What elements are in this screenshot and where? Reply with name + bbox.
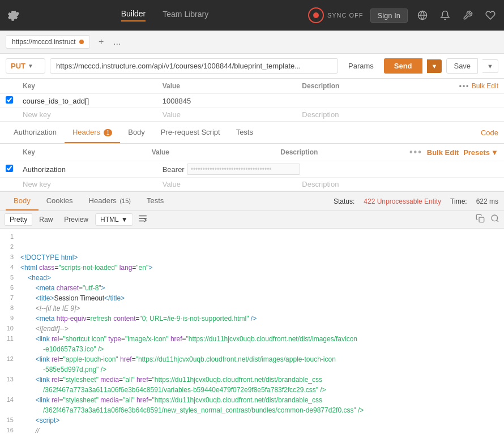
heart-icon-btn[interactable]	[482, 7, 498, 23]
code-link[interactable]: Code	[481, 128, 498, 137]
raw-btn[interactable]: Raw	[35, 214, 57, 225]
params-desc-header: Description	[302, 82, 442, 90]
params-value-header: Value	[163, 82, 302, 90]
headers-table-header: Key Value Description ••• Bulk Edit Pres…	[0, 144, 504, 161]
tab-tests[interactable]: Tests	[228, 122, 261, 143]
settings-icon-btn[interactable]	[6, 7, 22, 23]
tab-body[interactable]: Body	[120, 122, 153, 143]
params-new-desc[interactable]: Description	[302, 110, 442, 119]
line-num-16: 16	[0, 427, 20, 434]
code-line-6: 6 <meta charset="utf-8">	[0, 284, 504, 294]
params-table-header: Key Value Description ••• Bulk Edit	[0, 79, 504, 94]
params-bulk-edit-link[interactable]: Bulk Edit	[472, 82, 498, 90]
method-chevron-icon: ▼	[28, 63, 33, 69]
tab-authorization[interactable]: Authorization	[6, 122, 65, 143]
headers-checkbox[interactable]	[6, 165, 13, 172]
headers-row-check[interactable]	[6, 165, 23, 174]
bearer-token-input[interactable]	[187, 164, 300, 175]
tab-headers[interactable]: Headers 1	[65, 122, 120, 143]
code-line-4: 4 <html class="scripts-not-loaded" lang=…	[0, 264, 504, 274]
sign-in-button[interactable]: Sign In	[370, 8, 408, 23]
code-line-9: 9 <meta http-equiv=refresh content="0; U…	[0, 315, 504, 325]
request-tabs-bar: Authorization Headers 1 Body Pre-request…	[0, 122, 504, 144]
bottom-tab-body[interactable]: Body	[6, 192, 39, 210]
params-new-value[interactable]: Value	[163, 110, 302, 119]
sync-icon[interactable]	[308, 7, 324, 23]
line-num-10: 10	[0, 325, 20, 335]
code-line-14a: 14 <link rel="stylesheet" media="all" hr…	[0, 396, 504, 406]
format-chevron-icon: ▼	[121, 216, 128, 224]
send-dropdown-button[interactable]: ▼	[427, 59, 442, 73]
method-select[interactable]: PUT ▼	[6, 58, 45, 74]
svg-rect-5	[479, 217, 484, 222]
code-content: 1 2 3 <!DOCTYPE html> 4 <html class="scr…	[0, 229, 504, 434]
more-tab-button[interactable]: ...	[110, 35, 124, 49]
presets-chevron-icon: ▼	[491, 148, 498, 157]
params-key-header: Key	[23, 82, 163, 90]
wrap-icon[interactable]	[138, 213, 148, 226]
line-num-15: 15	[0, 416, 20, 427]
tab-prerequest[interactable]: Pre-request Script	[153, 122, 228, 143]
headers-new-key[interactable]: New key	[23, 180, 163, 188]
params-new-key[interactable]: New key	[23, 110, 163, 119]
code-line-11a: 11 <link rel="shortcut icon" type="image…	[0, 335, 504, 345]
url-bar-section: https://mcccd.instruct + ...	[0, 31, 504, 54]
params-new-row: New key Value Description	[0, 108, 504, 122]
pretty-btn[interactable]: Pretty	[5, 213, 32, 226]
line-content-11: <link rel="shortcut icon" type="image/x-…	[20, 335, 504, 345]
line-content-4: <html class="scripts-not-loaded" lang="e…	[20, 264, 504, 274]
bottom-tab-cookies[interactable]: Cookies	[39, 192, 81, 210]
url-tab-text: https://mcccd.instruct	[12, 38, 76, 46]
format-select[interactable]: HTML ▼	[95, 213, 133, 226]
code-line-13a: 13 <link rel="stylesheet" media="all" hr…	[0, 376, 504, 386]
url-tab[interactable]: https://mcccd.instruct	[6, 35, 90, 49]
main-content: https://mcccd.instruct + ... PUT ▼ Param…	[0, 31, 504, 434]
params-button[interactable]: Params	[343, 59, 379, 73]
save-button[interactable]: Save	[446, 58, 478, 74]
headers-actions-header: ••• Bulk Edit Presets ▼	[409, 147, 498, 157]
headers-bulk-edit[interactable]: Bulk Edit	[427, 148, 459, 157]
code-line-7: 7 <title>Session Timeout</title>	[0, 294, 504, 304]
line-num-1: 1	[0, 233, 20, 243]
line-num-6: 6	[0, 284, 20, 294]
code-view[interactable]: 1 2 3 <!DOCTYPE html> 4 <html class="scr…	[0, 229, 504, 434]
line-num-13b	[0, 386, 20, 396]
headers-presets-btn[interactable]: Presets ▼	[463, 148, 498, 157]
line-content-12b: -585e5d997d.png" />	[20, 366, 504, 376]
url-tab-dot	[79, 40, 84, 44]
bottom-headers-badge-num: 15	[122, 197, 129, 204]
headers-new-value[interactable]: Value	[163, 180, 302, 188]
request-bar: PUT ▼ Params Send ▼ Save ▼	[0, 54, 504, 79]
add-tab-button[interactable]: +	[95, 35, 108, 49]
headers-section: Key Value Description ••• Bulk Edit Pres…	[0, 144, 504, 192]
preview-btn[interactable]: Preview	[59, 214, 93, 225]
code-line-12a: 12 <link rel="apple-touch-icon" href="ht…	[0, 355, 504, 366]
code-line-8: 8 <!--[if lte IE 9]>	[0, 304, 504, 315]
save-dropdown-button[interactable]: ▼	[482, 59, 498, 73]
globe-icon-btn[interactable]	[415, 7, 430, 23]
builder-tab[interactable]: Builder	[121, 9, 146, 22]
url-input[interactable]	[50, 58, 338, 74]
time-value: 622 ms	[476, 197, 498, 205]
format-label: HTML	[100, 216, 119, 224]
params-row-check[interactable]	[6, 96, 23, 105]
params-three-dots[interactable]: •••	[459, 82, 470, 90]
wrench-icon-btn[interactable]	[460, 7, 476, 23]
team-library-tab[interactable]: Team Library	[163, 10, 208, 21]
search-icon-btn[interactable]	[490, 214, 499, 225]
bottom-tab-headers[interactable]: Headers (15)	[81, 192, 139, 210]
copy-icon[interactable]	[476, 214, 485, 225]
bottom-tab-tests[interactable]: Tests	[139, 192, 172, 210]
line-num-9: 9	[0, 315, 20, 325]
headers-three-dots[interactable]: •••	[409, 147, 422, 157]
line-content-10: <![endif]-->	[20, 325, 504, 335]
bottom-panel: Body Cookies Headers (15) Tests Status: …	[0, 192, 504, 434]
bell-icon-btn[interactable]	[437, 7, 453, 23]
bottom-headers-badge-close: )	[129, 197, 131, 204]
code-line-3: 3 <!DOCTYPE html>	[0, 253, 504, 264]
params-checkbox[interactable]	[6, 96, 13, 104]
headers-new-desc[interactable]: Description	[302, 180, 442, 188]
line-num-14b	[0, 406, 20, 416]
send-button[interactable]: Send	[384, 58, 422, 74]
code-line-1: 1	[0, 233, 504, 243]
